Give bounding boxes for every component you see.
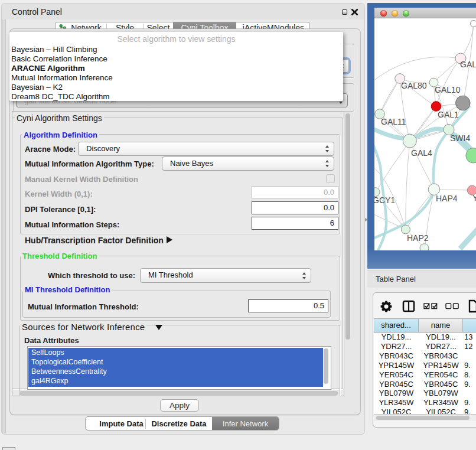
svg-text:SWI4: SWI4 <box>450 133 470 143</box>
svg-text:GCY1: GCY1 <box>374 195 395 205</box>
svg-text:GAL11: GAL11 <box>381 117 406 126</box>
svg-text:GAL4: GAL4 <box>411 148 432 158</box>
svg-text:GAL80: GAL80 <box>401 81 427 90</box>
svg-text:Y: Y <box>472 193 476 203</box>
svg-text:HAP4: HAP4 <box>436 194 458 203</box>
svg-text:GAL: GAL <box>460 60 476 69</box>
svg-text:GAL1: GAL1 <box>438 110 459 119</box>
svg-text:GAL10: GAL10 <box>435 85 461 94</box>
svg-text:HAP2: HAP2 <box>407 233 429 243</box>
